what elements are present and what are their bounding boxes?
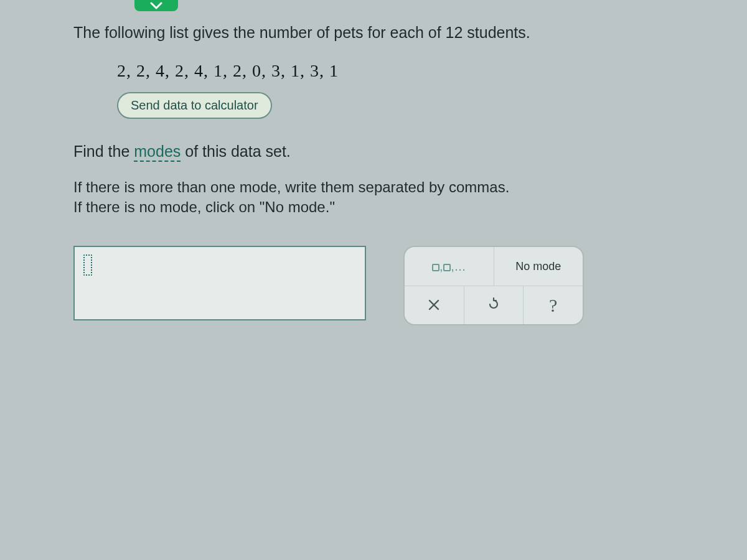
status-tab-correct bbox=[134, 0, 178, 11]
undo-icon bbox=[486, 297, 501, 314]
insert-list-template-button[interactable]: ,,... bbox=[405, 247, 494, 286]
question-intro: The following list gives the number of p… bbox=[73, 22, 697, 44]
hint-line-2: If there is no mode, click on "No mode." bbox=[73, 197, 697, 217]
help-button[interactable]: ? bbox=[523, 286, 583, 324]
answer-input[interactable] bbox=[73, 246, 366, 320]
clear-button[interactable] bbox=[405, 286, 464, 324]
no-mode-button[interactable]: No mode bbox=[494, 247, 583, 286]
send-to-calculator-button[interactable]: Send data to calculator bbox=[117, 92, 272, 119]
glossary-term-modes[interactable]: modes bbox=[134, 142, 181, 162]
answer-toolbox: ,,... No mode bbox=[403, 246, 584, 325]
hint-line-1: If there is more than one mode, write th… bbox=[73, 177, 697, 197]
undo-button[interactable] bbox=[464, 286, 524, 324]
close-icon bbox=[428, 297, 440, 314]
prompt-suffix: of this data set. bbox=[181, 142, 291, 160]
prompt-prefix: Find the bbox=[73, 142, 134, 160]
list-template-icon: ,,... bbox=[432, 259, 466, 274]
data-values: 2, 2, 4, 2, 4, 1, 2, 0, 3, 1, 3, 1 bbox=[117, 61, 697, 81]
chevron-down-icon bbox=[149, 1, 163, 10]
help-icon: ? bbox=[549, 296, 557, 315]
input-cursor-icon bbox=[83, 254, 92, 276]
